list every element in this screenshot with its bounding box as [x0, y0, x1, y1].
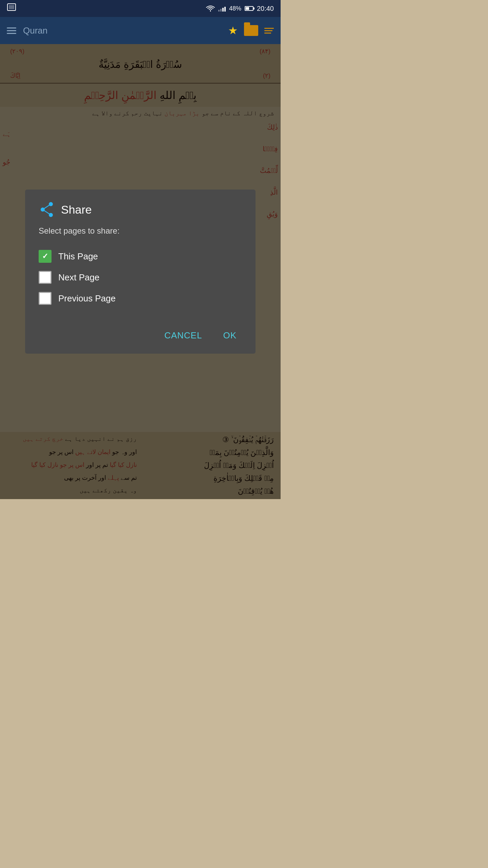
svg-line-5 [43, 204, 51, 210]
status-icons: 48% 20:40 [206, 5, 274, 13]
dialog-buttons: CANCEL OK [39, 322, 242, 343]
previous-page-option[interactable]: Previous Page [39, 288, 242, 309]
status-bar: 48% 20:40 [0, 0, 281, 17]
dialog-overlay: Share Select pages to share: ✓ This Page… [0, 44, 281, 499]
svg-rect-1 [9, 5, 14, 9]
hamburger-line-2 [7, 30, 16, 31]
this-page-checkbox[interactable]: ✓ [39, 250, 52, 263]
dialog-subtitle: Select pages to share: [39, 226, 242, 236]
list-line-3 [264, 33, 271, 34]
quran-content: (۲۰۹) (۸۴) سُوۡرَةُ الۡبَقَرَةِ مَدَنِيَ… [0, 44, 281, 499]
hamburger-line-3 [7, 33, 16, 34]
this-page-label: This Page [58, 251, 98, 262]
dialog-title-row: Share [39, 201, 242, 218]
next-page-label: Next Page [58, 272, 99, 283]
ok-button[interactable]: OK [218, 328, 242, 343]
hamburger-line-1 [7, 27, 16, 28]
bookmarks-folder-icon[interactable] [244, 25, 258, 36]
share-icon [39, 201, 55, 218]
app-title: Quran [23, 25, 221, 36]
list-line-2 [264, 30, 272, 31]
share-dialog: Share Select pages to share: ✓ This Page… [25, 190, 256, 354]
screen-icon [7, 3, 16, 14]
this-page-option[interactable]: ✓ This Page [39, 246, 242, 267]
favorites-star-icon[interactable]: ★ [228, 24, 238, 37]
list-line-1 [264, 28, 274, 29]
wifi-icon [206, 5, 215, 12]
index-list-icon[interactable] [264, 28, 274, 34]
next-page-option[interactable]: Next Page [39, 267, 242, 288]
checkmark-icon: ✓ [42, 253, 48, 260]
signal-icon [218, 5, 226, 12]
previous-page-checkbox[interactable] [39, 292, 52, 305]
header-icons: ★ [228, 24, 274, 37]
battery-icon [245, 6, 253, 11]
hamburger-menu-button[interactable] [7, 27, 16, 34]
app-header: Quran ★ [0, 17, 281, 44]
dialog-title: Share [61, 203, 92, 216]
svg-line-6 [43, 210, 51, 215]
cancel-button[interactable]: CANCEL [159, 328, 207, 343]
battery-percentage: 48% [229, 5, 241, 12]
next-page-checkbox[interactable] [39, 271, 52, 284]
clock: 20:40 [257, 5, 274, 13]
previous-page-label: Previous Page [58, 293, 116, 304]
